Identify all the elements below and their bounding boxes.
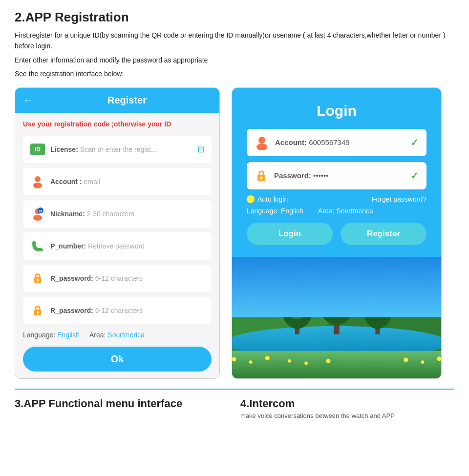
section4: 4.Intercom make voice conversations betw… [240,397,454,419]
language-area-row: Language: English Area: Sourtmerica [23,331,212,339]
svg-point-37 [265,356,270,360]
svg-point-14 [256,144,267,150]
pnumber-label: P_number: Retrieve password [50,242,205,250]
id-icon: ID [30,142,45,157]
section4-desc: make voice conversations between the wat… [240,412,454,419]
license-field[interactable]: ID License: Scan or enter the regist... … [23,136,212,163]
rpassword1-field[interactable]: R_password: 6-12 characters [23,265,212,292]
login-account-value: Account: 6005567349 [275,138,405,146]
account-label: Account : email [50,178,205,186]
svg-text:N: N [39,209,42,213]
license-label: License: Scan or enter the regist... [50,145,192,153]
register-body: Use your registration code ;otherwise yo… [15,113,219,379]
svg-point-42 [304,361,308,365]
rpassword1-label: R_password: 6-12 characters [50,274,205,282]
register-button[interactable]: Register [341,223,426,245]
section2-title: 2.APP Registration [15,10,454,25]
lock1-icon [30,270,45,286]
forget-password-link[interactable]: Forget password? [372,195,426,203]
login-language: Language: English [247,207,303,215]
lock2-icon [30,303,45,318]
login-password-field[interactable]: Password: •••••• ✓ [247,162,426,189]
login-lang-area: Language: English Area: Sourtmerica [247,207,426,215]
account-check-icon: ✓ [410,137,419,148]
login-password-value: Password: •••••• [274,171,405,180]
register-screen: ← Register Use your registration code ;o… [15,87,220,379]
auto-login-row: Auto login [247,195,288,203]
phone-field[interactable]: P_number: Retrieve password [23,232,212,260]
login-options-row: Auto login Forget password? [247,195,426,203]
svg-rect-26 [232,351,441,378]
section4-title: 4.Intercom [240,397,454,410]
svg-rect-17 [261,178,262,180]
account-person-icon [30,174,45,189]
svg-point-4 [33,215,42,221]
login-button[interactable]: Login [247,223,333,245]
login-buttons-row: Login Register [247,223,426,245]
login-account-icon [255,135,269,150]
svg-rect-9 [37,280,38,282]
language-label: Language: English [23,331,80,339]
nickname-label: Nickname: 2-30 characters [50,210,205,218]
section3-title: 3.APP Functional menu interface [15,397,229,410]
scan-icon: ⊡ [197,144,205,155]
login-area: Area: Sourtmerica [318,207,373,215]
back-button[interactable]: ← [23,95,33,106]
register-title: Register [62,95,192,106]
section2-desc3: See the registration interface below: [15,68,454,79]
nickname-person-icon: N [30,206,45,222]
section2-desc2: Enter other information and modify the p… [15,55,454,65]
svg-point-36 [249,360,253,364]
register-warning: Use your registration code ;otherwise yo… [23,120,212,129]
section3: 3.APP Functional menu interface [15,397,229,419]
register-header: ← Register [15,88,219,113]
login-account-field[interactable]: Account: 6005567349 ✓ [247,129,426,156]
auto-login-dot [247,195,255,203]
login-screen: Login Account: 6005567349 ✓ [232,87,442,379]
svg-point-43 [326,358,330,363]
svg-point-13 [258,137,265,144]
svg-point-1 [33,183,42,188]
login-title: Login [247,103,426,119]
rpassword2-label: R_password: 6-12 characters [50,307,205,314]
auto-login-label: Auto login [257,195,288,203]
svg-point-38 [288,359,291,362]
section2-desc1: First,register for a unique ID(by scanni… [15,30,454,52]
account-field[interactable]: Account : email [23,168,212,195]
password-check-icon: ✓ [410,170,419,182]
login-top: Login Account: 6005567349 ✓ [232,88,441,257]
svg-rect-12 [37,312,38,314]
ok-button[interactable]: Ok [23,347,212,372]
area-label: Area: Sourtmerica [89,331,145,339]
svg-point-39 [404,357,408,362]
svg-point-2 [34,184,37,186]
sky [232,257,441,318]
rpassword2-field[interactable]: R_password: 6-12 characters [23,297,212,324]
svg-point-35 [232,357,236,361]
svg-point-40 [421,360,424,364]
screens-row: ← Register Use your registration code ;o… [15,87,454,379]
nickname-field[interactable]: N Nickname: 2-30 characters [23,200,212,228]
phone-icon [30,238,45,254]
svg-point-41 [437,356,441,361]
bottom-row: 3.APP Functional menu interface 4.Interc… [15,389,454,419]
login-landscape [232,257,441,379]
svg-point-0 [35,176,41,182]
login-lock-icon [255,168,268,183]
